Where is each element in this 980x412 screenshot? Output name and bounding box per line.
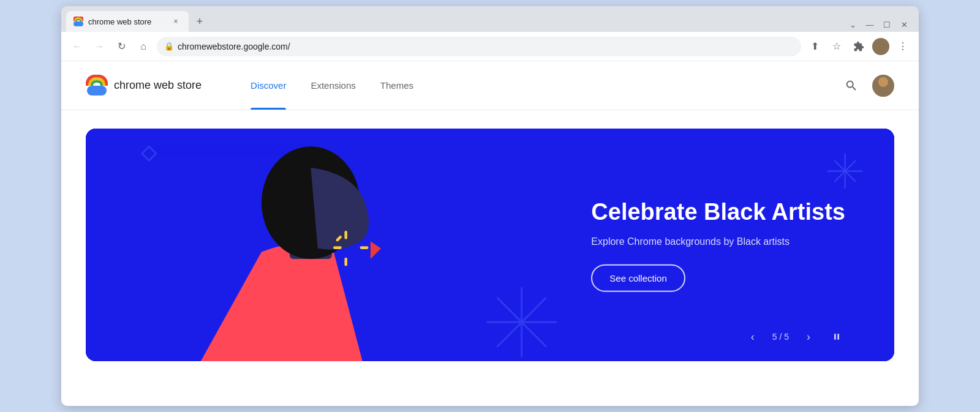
nav-links: Discover Extensions Themes <box>238 61 426 110</box>
hero-banner: Celebrate Black Artists Explore Chrome b… <box>86 129 894 361</box>
svg-rect-1 <box>87 86 107 96</box>
home-button[interactable]: ⌂ <box>135 38 152 55</box>
svg-rect-24 <box>333 246 342 249</box>
profile-avatar-small <box>872 38 889 55</box>
carousel-counter: 5 / 5 <box>772 332 789 342</box>
active-tab[interactable]: chrome web store × <box>66 11 189 32</box>
tab-bar: chrome web store × + ⌄ — ☐ ✕ <box>61 6 919 32</box>
extensions-button[interactable] <box>850 38 867 55</box>
search-button[interactable] <box>840 75 862 97</box>
close-button[interactable]: ✕ <box>899 20 909 29</box>
page-content: chrome web store Discover Extensions The… <box>61 61 919 406</box>
new-tab-button[interactable]: + <box>191 13 208 30</box>
store-name: chrome web store <box>114 79 202 92</box>
header-right <box>840 75 894 97</box>
menu-button[interactable]: ⋮ <box>894 38 911 55</box>
dropdown-button[interactable]: ⌄ <box>848 20 858 29</box>
hero-text: Celebrate Black Artists Explore Chrome b… <box>591 198 845 292</box>
svg-rect-22 <box>344 231 347 239</box>
svg-rect-25 <box>360 246 369 249</box>
back-button[interactable]: ← <box>69 38 86 55</box>
svg-rect-23 <box>344 258 347 266</box>
share-button[interactable]: ⬆ <box>806 38 823 55</box>
window-controls: ⌄ — ☐ ✕ <box>848 20 914 32</box>
minimize-button[interactable]: — <box>865 20 875 29</box>
bookmark-button[interactable]: ☆ <box>828 38 845 55</box>
nav-themes[interactable]: Themes <box>368 61 426 110</box>
carousel-next-button[interactable]: › <box>799 327 818 346</box>
carousel-pause-button[interactable] <box>828 328 845 345</box>
see-collection-button[interactable]: See collection <box>591 264 685 291</box>
store-logo-icon <box>86 75 108 97</box>
url-bar[interactable]: 🔒 chromewebstore.google.com/ <box>157 37 801 56</box>
svg-rect-0 <box>74 21 83 26</box>
url-text: chromewebstore.google.com/ <box>178 42 290 51</box>
tab-title: chrome web store <box>88 17 165 26</box>
profile-button[interactable] <box>872 38 889 55</box>
address-bar: ← → ↻ ⌂ 🔒 chromewebstore.google.com/ ⬆ ☆… <box>61 32 919 61</box>
lock-icon: 🔒 <box>164 42 174 51</box>
store-header: chrome web store Discover Extensions The… <box>61 61 919 110</box>
toolbar-icons: ⬆ ☆ ⋮ <box>806 38 911 55</box>
forward-button[interactable]: → <box>91 38 108 55</box>
store-logo: chrome web store <box>86 75 202 97</box>
user-avatar[interactable] <box>872 75 894 97</box>
tab-favicon <box>74 17 83 26</box>
tab-close-button[interactable]: × <box>170 16 181 27</box>
nav-discover[interactable]: Discover <box>238 61 298 110</box>
svg-point-2 <box>878 77 888 87</box>
maximize-button[interactable]: ☐ <box>882 20 892 29</box>
carousel-prev-button[interactable]: ‹ <box>743 327 763 346</box>
hero-subtitle: Explore Chrome backgrounds by Black arti… <box>591 236 845 247</box>
carousel-controls: ‹ 5 / 5 › <box>743 327 845 346</box>
reload-button[interactable]: ↻ <box>113 38 130 55</box>
hero-title: Celebrate Black Artists <box>591 198 845 227</box>
hero-section: Celebrate Black Artists Explore Chrome b… <box>61 110 919 386</box>
browser-window: chrome web store × + ⌄ — ☐ ✕ ← → ↻ ⌂ 🔒 c… <box>61 6 919 406</box>
nav-extensions[interactable]: Extensions <box>298 61 368 110</box>
